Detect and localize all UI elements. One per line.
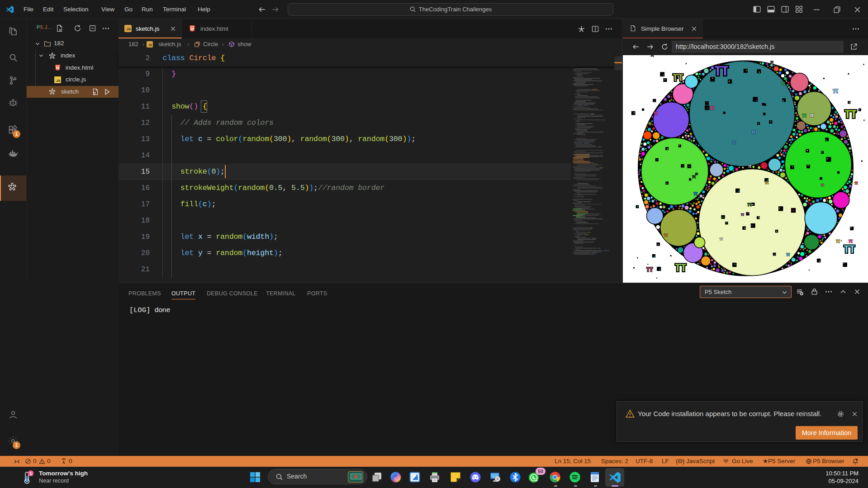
svg-text:π: π	[654, 110, 658, 116]
svg-text:π: π	[741, 212, 744, 217]
svg-text:π: π	[802, 112, 806, 118]
svg-text:π: π	[833, 87, 838, 95]
svg-text:1: 1	[29, 471, 32, 476]
svg-text:π: π	[710, 104, 715, 111]
svg-text:π: π	[765, 180, 769, 185]
svg-text:π: π	[720, 237, 723, 241]
svg-text:π: π	[732, 140, 736, 145]
svg-text:π: π	[786, 251, 790, 257]
svg-text:π: π	[782, 81, 785, 86]
svg-text:π: π	[747, 201, 752, 208]
svg-text:π: π	[693, 190, 697, 197]
svg-text:π: π	[650, 55, 654, 57]
svg-text:π: π	[821, 183, 824, 187]
svg-text:π: π	[692, 174, 696, 179]
svg-text:π: π	[664, 232, 668, 237]
svg-text:π: π	[770, 60, 773, 64]
svg-text:π: π	[810, 112, 814, 118]
svg-text:π: π	[836, 238, 840, 244]
svg-text:π: π	[854, 180, 858, 185]
svg-text:π: π	[751, 129, 755, 135]
svg-text:π: π	[849, 238, 853, 244]
svg-text:π: π	[748, 164, 752, 169]
svg-text:50: 50	[538, 469, 543, 474]
